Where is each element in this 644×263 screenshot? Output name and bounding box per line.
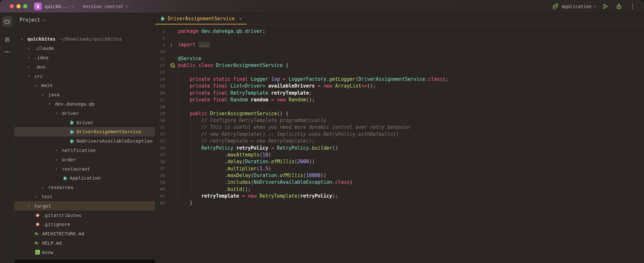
chevron-down-icon[interactable]: ▾	[42, 93, 48, 97]
chevron-right-icon[interactable]: ▸	[35, 195, 41, 198]
chevron-down-icon[interactable]: ▾	[49, 102, 55, 106]
code-line-22[interactable]: 22public class DriverAssignmentService {	[155, 62, 644, 69]
tree-item-label: src	[34, 74, 43, 79]
project-panel-header[interactable]: Project	[14, 13, 155, 27]
run-button[interactable]	[601, 2, 610, 11]
chevron-down-icon[interactable]: ▾	[35, 84, 41, 87]
chevron-right-icon[interactable]: ▸	[28, 65, 34, 69]
code-view[interactable]: 1package dev.danvega.qb.driver;23❯import…	[155, 28, 644, 206]
code-line-34[interactable]: 34 RetryPolicy retryPolicy = RetryPolicy…	[155, 145, 644, 151]
code-line-1[interactable]: 1package dev.danvega.qb.driver;	[155, 28, 644, 34]
tree-item--claude[interactable]: ▸.claude	[14, 44, 155, 53]
tab-driver-assignment-service[interactable]: DriverAssignmentService ×	[155, 13, 247, 24]
code-line-21[interactable]: 21@Service	[155, 55, 644, 62]
tree-item-driver[interactable]: Driver	[14, 118, 155, 127]
chevron-down-icon[interactable]: ▾	[56, 111, 62, 115]
structure-tool-button[interactable]	[2, 34, 12, 45]
close-tab-icon[interactable]: ×	[239, 16, 242, 21]
code-line-24[interactable]: 24 private static final Logger log = Log…	[155, 76, 644, 82]
java-class-icon	[63, 176, 68, 181]
code-line-33[interactable]: 33 // retryTemplate = new RetryTemplate(…	[155, 138, 644, 145]
chevron-down-icon[interactable]: ▾	[28, 74, 34, 78]
tree-item-help-md[interactable]: M↓HELP.md	[14, 239, 155, 248]
tree-item-order[interactable]: ▸order	[14, 155, 155, 164]
code-line-29[interactable]: 29 public DriverAssignmentService() {	[155, 110, 644, 117]
debug-button[interactable]	[614, 2, 623, 11]
minimize-window-button[interactable]	[16, 4, 21, 8]
chevron-right-icon[interactable]: ▸	[28, 204, 34, 208]
code-line-36[interactable]: 36 .delay(Duration.ofMillis(2000))	[155, 158, 644, 165]
tree-item-mvnw[interactable]: >_mvnw	[14, 248, 155, 257]
code-line-41[interactable]: 41 retryTemplate = new RetryTemplate(ret…	[155, 193, 644, 199]
editor-tab-bar: DriverAssignmentService ×	[155, 13, 644, 25]
tree-item-src[interactable]: ▾src	[14, 71, 155, 81]
line-number: 38	[155, 173, 165, 178]
chevron-right-icon[interactable]: ▸	[28, 47, 34, 50]
java-class-icon	[70, 139, 74, 144]
line-number: 31	[155, 125, 165, 130]
code-line-20[interactable]: 20	[155, 48, 644, 55]
code-line-27[interactable]: 27 private final Random random = new Ran…	[155, 96, 644, 103]
tree-item-label: dev.danvega.qb	[55, 101, 94, 107]
close-window-button[interactable]	[10, 4, 14, 8]
code-line-25[interactable]: 25 private final List<Driver> availableD…	[155, 83, 644, 89]
tree-item-nodriversavailableexception[interactable]: NoDriversAvailableException	[14, 136, 155, 146]
tree-item-architecture-md[interactable]: M↓ARCHITECTURE.md	[14, 229, 155, 239]
chevron-down-icon[interactable]: ▾	[21, 37, 27, 41]
tree-item-driverassignmentservice[interactable]: DriverAssignmentService	[14, 127, 155, 136]
window-controls	[10, 4, 27, 8]
version-control-menu[interactable]: Version control	[83, 4, 128, 9]
tree-item--gitattributes[interactable]: .gitattributes	[14, 211, 155, 220]
fold-chevron-icon[interactable]: ❯	[170, 42, 173, 47]
code-line-42[interactable]: 42 }	[155, 200, 644, 206]
project-switcher[interactable]: Q quickb...	[34, 3, 74, 10]
tree-item-application[interactable]: Application	[14, 174, 155, 183]
tree-item-java[interactable]: ▾java	[14, 90, 155, 99]
spring-bean-icon[interactable]	[170, 63, 175, 68]
code-line-40[interactable]: 40 .build();	[155, 186, 644, 193]
code-line-3[interactable]: 3❯import ...	[155, 42, 644, 48]
code-line-26[interactable]: 26 private final RetryTemplate retryTemp…	[155, 89, 644, 96]
chevron-right-icon[interactable]: ▸	[56, 167, 62, 171]
code-line-2[interactable]: 2	[155, 34, 644, 41]
tree-item-label: order	[62, 157, 76, 162]
code-line-39[interactable]: 39 .includes(NoDriversAvailableException…	[155, 179, 644, 186]
tree-item-dev-danvega-qb[interactable]: ▾dev.danvega.qb	[14, 99, 155, 109]
code-line-32[interactable]: 32 // new RetryTemplate() :: Implicitly …	[155, 131, 644, 137]
code-line-37[interactable]: 37 .multiplier(1.5)	[155, 165, 644, 172]
tree-item-test[interactable]: ▸test	[14, 192, 155, 202]
tree-item--mvn[interactable]: ▸.mvn	[14, 62, 155, 71]
code-line-23[interactable]: 23	[155, 69, 644, 76]
code-text: public class DriverAssignmentService {	[178, 62, 289, 68]
tree-item-resources[interactable]: ▸resources	[14, 183, 155, 192]
tree-item-label: driver	[62, 111, 79, 116]
chevron-right-icon[interactable]: ▸	[28, 56, 34, 59]
more-tool-windows-button[interactable]	[2, 47, 12, 57]
titlebar: Q quickb... Version control Application	[0, 0, 644, 13]
tree-item-driver[interactable]: ▾driver	[14, 108, 155, 118]
folder-icon	[4, 19, 10, 24]
project-tool-button[interactable]	[2, 16, 12, 27]
code-line-30[interactable]: 30 // Configure RetryTemplate programmat…	[155, 117, 644, 124]
tree-item-restaurant[interactable]: ▸restaurant	[14, 164, 155, 174]
tree-item--idea[interactable]: ▸.idea	[14, 53, 155, 62]
code-line-28[interactable]: 28	[155, 103, 644, 110]
code-line-31[interactable]: 31 // This is useful when you need more …	[155, 124, 644, 131]
more-actions-button[interactable]	[628, 2, 637, 11]
tree-item-notification[interactable]: ▸notification	[14, 146, 155, 155]
tree-item-main[interactable]: ▾main	[14, 81, 155, 90]
chevron-right-icon[interactable]: ▸	[56, 148, 62, 152]
tree-item-label: main	[41, 83, 52, 88]
maximize-window-button[interactable]	[23, 4, 27, 8]
code-line-35[interactable]: 35 .maxAttempts(10)	[155, 151, 644, 158]
run-configuration-selector[interactable]: Application	[552, 3, 596, 10]
tree-item-quickbites[interactable]: ▾quickbites~/Downloads/quickbites	[14, 34, 155, 44]
line-number: 32	[155, 132, 165, 136]
code-line-38[interactable]: 38 .maxDelay(Duration.ofMillis(10000))	[155, 172, 644, 179]
project-logo-icon: Q	[34, 3, 42, 10]
tree-item-label: .gitattributes	[42, 213, 81, 218]
tree-item-target[interactable]: ▸target	[14, 201, 155, 211]
chevron-right-icon[interactable]: ▸	[56, 158, 62, 161]
tree-item--gitignore[interactable]: .gitignore	[14, 220, 155, 229]
chevron-right-icon[interactable]: ▸	[42, 186, 48, 189]
